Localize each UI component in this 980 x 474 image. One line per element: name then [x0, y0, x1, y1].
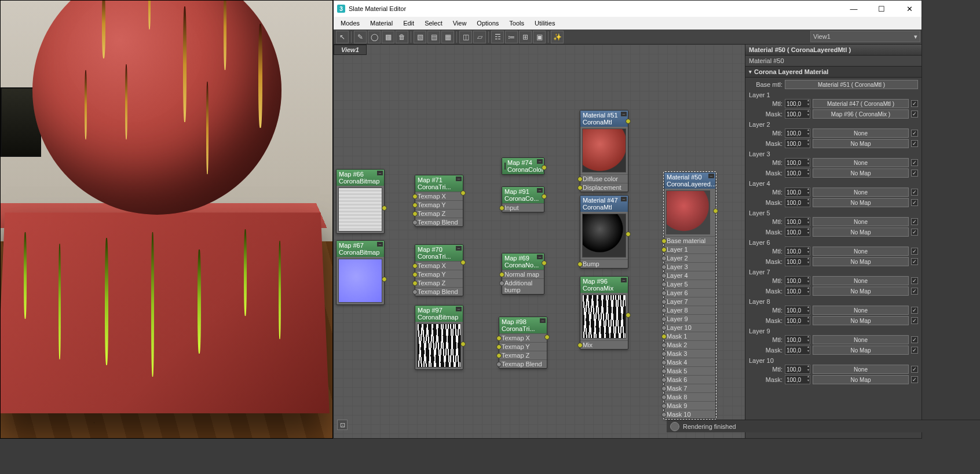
- mask-checkbox[interactable]: ✓: [911, 258, 918, 265]
- mtl-map-button[interactable]: None: [813, 247, 909, 256]
- view-tab[interactable]: View1: [334, 45, 367, 55]
- mtl-spinner[interactable]: 100,0: [785, 276, 810, 285]
- mask-map-button[interactable]: No Map: [813, 375, 909, 384]
- menu-modes[interactable]: Modes: [336, 19, 364, 28]
- node-slot[interactable]: Mask 8: [664, 392, 715, 401]
- mask-checkbox[interactable]: ✓: [911, 140, 918, 147]
- node-map-97[interactable]: Map #97CoronaBitmap–: [415, 305, 463, 370]
- node-slot[interactable]: Layer 2: [664, 253, 715, 262]
- node-slot[interactable]: Mask 1: [664, 332, 715, 340]
- node-slot[interactable]: Layer 6: [664, 288, 715, 297]
- minimize-button[interactable]: —: [845, 5, 862, 13]
- mtl-checkbox[interactable]: ✓: [911, 189, 918, 196]
- parameter-editor-icon[interactable]: ≔: [505, 31, 518, 43]
- node-map-69[interactable]: Map #69CoronaNo...– Normal map Additiona…: [502, 253, 544, 295]
- node-slot[interactable]: Mask 6: [664, 375, 715, 384]
- layout-children-icon[interactable]: ▱: [473, 31, 486, 43]
- node-map-96[interactable]: Map #96CoronaMix– Mix: [580, 276, 628, 350]
- mask-spinner[interactable]: 100,0: [785, 346, 810, 355]
- mtl-map-button[interactable]: None: [813, 158, 909, 167]
- mask-spinner[interactable]: 100,0: [785, 168, 810, 178]
- node-slot[interactable]: Layer 9: [664, 314, 715, 323]
- node-map-67[interactable]: Map #67CoronaBitmap–: [336, 240, 385, 305]
- menu-edit[interactable]: Edit: [398, 19, 419, 28]
- mtl-spinner[interactable]: 100,0: [785, 158, 810, 167]
- mask-spinner[interactable]: 100,0: [785, 286, 810, 296]
- mask-map-button[interactable]: No Map: [813, 198, 909, 207]
- mtl-map-button[interactable]: None: [813, 365, 909, 374]
- mtl-spinner[interactable]: 100,0: [785, 335, 810, 344]
- mask-checkbox[interactable]: ✓: [911, 317, 918, 324]
- node-material-50[interactable]: Material #50CoronaLayered...– Base mater…: [664, 172, 716, 419]
- mtl-map-button[interactable]: None: [813, 335, 909, 344]
- mtl-spinner[interactable]: 100,0: [785, 99, 810, 108]
- layout-all-icon[interactable]: ◫: [459, 31, 472, 43]
- mask-checkbox[interactable]: ✓: [911, 229, 918, 236]
- mtl-map-button[interactable]: None: [813, 306, 909, 315]
- mask-map-button[interactable]: No Map: [813, 168, 909, 178]
- mask-spinner[interactable]: 100,0: [785, 109, 810, 119]
- node-slot[interactable]: Mask 4: [664, 358, 715, 366]
- mask-checkbox[interactable]: ✓: [911, 376, 918, 383]
- node-slot[interactable]: Layer 8: [664, 306, 715, 314]
- mask-map-button[interactable]: No Map: [813, 316, 909, 325]
- mask-checkbox[interactable]: ✓: [911, 170, 918, 177]
- mtl-map-button[interactable]: None: [813, 276, 909, 285]
- mask-map-button[interactable]: Map #96 ( CoronaMix ): [813, 109, 909, 119]
- mtl-spinner[interactable]: 100,0: [785, 247, 810, 256]
- pick-material-icon[interactable]: ✎: [354, 31, 367, 43]
- mask-map-button[interactable]: No Map: [813, 346, 909, 355]
- close-button[interactable]: ✕: [901, 5, 918, 13]
- mask-spinner[interactable]: 100,0: [785, 198, 810, 207]
- options-icon[interactable]: ✨: [551, 31, 564, 43]
- mask-map-button[interactable]: No Map: [813, 286, 909, 296]
- show-map-icon[interactable]: ▩: [382, 31, 394, 43]
- mask-checkbox[interactable]: ✓: [911, 347, 918, 354]
- menu-view[interactable]: View: [448, 19, 471, 28]
- node-slot[interactable]: Mask 9: [664, 401, 715, 410]
- mtl-checkbox[interactable]: ✓: [911, 130, 918, 137]
- move-children-icon[interactable]: ▧: [414, 31, 426, 43]
- mtl-checkbox[interactable]: ✓: [911, 366, 918, 373]
- maximize-button[interactable]: ☐: [873, 5, 890, 13]
- mask-checkbox[interactable]: ✓: [911, 111, 918, 117]
- mtl-checkbox[interactable]: ✓: [911, 277, 918, 284]
- mask-spinner[interactable]: 100,0: [785, 316, 810, 325]
- mtl-spinner[interactable]: 100,0: [785, 306, 810, 315]
- node-slot[interactable]: Layer 10: [664, 323, 715, 332]
- node-slot[interactable]: Base material: [664, 236, 715, 245]
- node-material-47[interactable]: Material #47CoronaMtl– Bump: [580, 195, 628, 269]
- mtl-map-button[interactable]: None: [813, 188, 909, 197]
- node-slot[interactable]: Layer 3: [664, 262, 715, 271]
- mtl-checkbox[interactable]: ✓: [911, 336, 918, 343]
- mtl-checkbox[interactable]: ✓: [911, 218, 918, 225]
- navigator-icon[interactable]: ⊡: [337, 420, 348, 430]
- mtl-spinner[interactable]: 100,0: [785, 217, 810, 226]
- menu-options[interactable]: Options: [472, 19, 503, 28]
- mtl-checkbox[interactable]: ✓: [911, 159, 918, 166]
- node-slot[interactable]: Mask 10: [664, 410, 715, 418]
- node-map-74[interactable]: Map #74CoronaColor–: [502, 157, 544, 175]
- menu-material[interactable]: Material: [365, 19, 397, 28]
- node-map-66[interactable]: Map #66CoronaBitmap–: [336, 169, 385, 234]
- mask-spinner[interactable]: 100,0: [785, 227, 810, 237]
- node-material-51[interactable]: Material #51CoronaMtl– Diffuse color Dis…: [580, 110, 628, 192]
- hide-unused-icon[interactable]: ▤: [427, 31, 440, 43]
- base-mtl-button[interactable]: Material #51 ( CoronaMtl ): [785, 80, 918, 89]
- mtl-spinner[interactable]: 100,0: [785, 365, 810, 374]
- node-slot[interactable]: Layer 4: [664, 271, 715, 280]
- mask-checkbox[interactable]: ✓: [911, 288, 918, 295]
- node-canvas[interactable]: View1: [334, 45, 745, 438]
- select-tool-icon[interactable]: ↖: [336, 31, 349, 43]
- menu-select[interactable]: Select: [420, 19, 447, 28]
- mask-map-button[interactable]: No Map: [813, 227, 909, 237]
- node-map-71[interactable]: Map #71CoronaTri...– Texmap X Texmap Y T…: [415, 175, 463, 227]
- node-slot[interactable]: Layer 7: [664, 297, 715, 306]
- node-map-91[interactable]: Map #91CoronaCo...– Input: [502, 186, 544, 212]
- node-map-70[interactable]: Map #70CoronaTri...– Texmap X Texmap Y T…: [415, 244, 463, 296]
- node-slot[interactable]: Layer 1: [664, 245, 715, 253]
- menu-utilities[interactable]: Utilities: [530, 19, 560, 28]
- minimize-icon[interactable]: –: [377, 171, 383, 175]
- node-slot[interactable]: Layer 5: [664, 280, 715, 288]
- node-slot[interactable]: Mask 5: [664, 366, 715, 375]
